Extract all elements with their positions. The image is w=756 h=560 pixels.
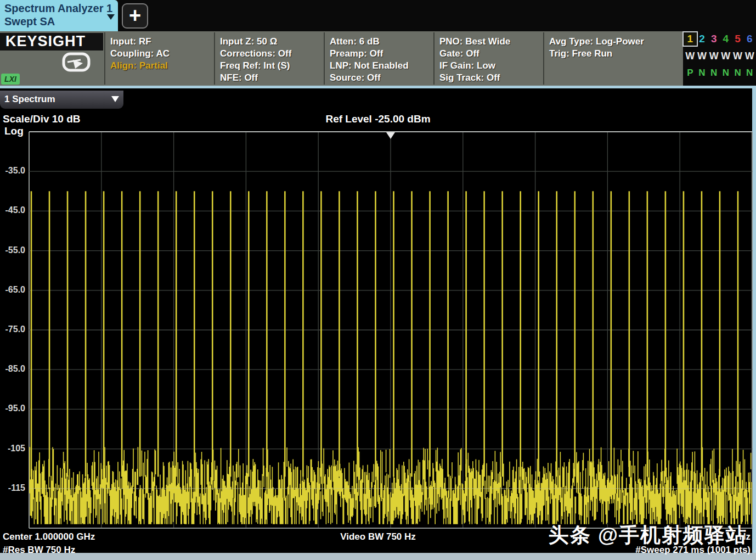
watermark: 头条 @手机射频驿站 — [549, 522, 747, 549]
y-tick--45.0: -45.0 — [0, 205, 25, 215]
y-tick--95.0: -95.0 — [0, 404, 25, 413]
spectrum-analyzer-screen: Spectrum Analyzer 1 Swept SA + KEYSIGHT … — [0, 0, 756, 560]
y-tick--115: -115 — [0, 483, 25, 493]
y-tick--35.0: -35.0 — [0, 166, 25, 176]
y-tick--105: -105 — [0, 444, 25, 453]
y-tick--75.0: -75.0 — [0, 324, 25, 334]
y-tick--65.0: -65.0 — [0, 285, 25, 295]
y-tick--55.0: -55.0 — [0, 245, 25, 255]
y-tick--85.0: -85.0 — [0, 364, 25, 374]
spectrum-plot — [0, 0, 756, 560]
res-bw-label[interactable]: #Res BW 750 Hz — [3, 545, 75, 556]
